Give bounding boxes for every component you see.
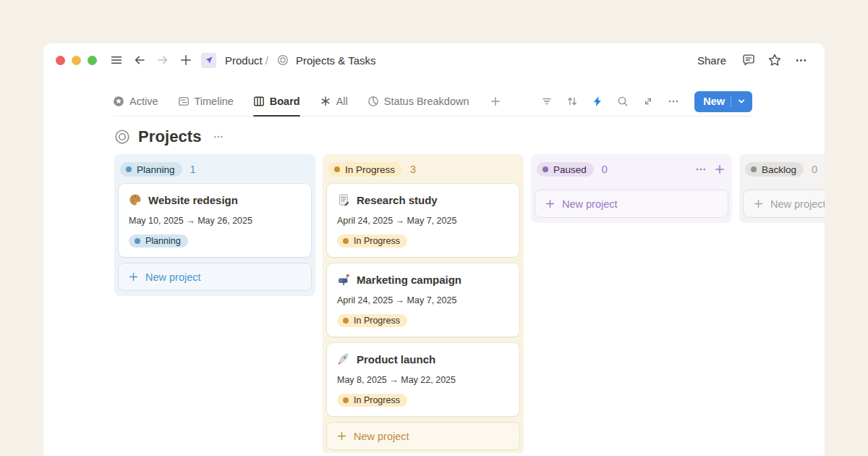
new-page-plus-icon[interactable] xyxy=(176,51,195,69)
new-project-label: New project xyxy=(145,271,201,283)
column-name: In Progress xyxy=(345,164,395,175)
new-project-label: New project xyxy=(562,198,618,210)
plus-icon xyxy=(336,431,347,442)
project-card-product-launch[interactable]: Product launch May 8, 2025 → May 22, 202… xyxy=(327,343,519,416)
window-minimize-button[interactable] xyxy=(72,56,81,65)
page-more-icon[interactable] xyxy=(213,131,224,143)
status-dot-icon xyxy=(751,166,757,172)
card-status-label: Planning xyxy=(145,236,181,246)
card-status-pill: In Progress xyxy=(337,394,407,407)
card-dates: May 8, 2025 → May 22, 2025 xyxy=(337,375,509,385)
new-project-label: New project xyxy=(770,198,825,210)
card-dates: April 24, 2025 → May 7, 2025 xyxy=(337,295,509,305)
views-toolbar: Active Timeline Board All Status Breakdo… xyxy=(113,87,752,117)
workspace-dart-icon[interactable] xyxy=(201,53,216,68)
tab-status-breakdown[interactable]: Status Breakdown xyxy=(367,87,469,116)
status-dot-icon xyxy=(334,166,340,172)
chevron-down-icon[interactable] xyxy=(737,97,746,106)
breadcrumb-separator: / xyxy=(265,54,268,67)
mailbox-icon xyxy=(337,273,350,286)
column-header: In Progress 3 xyxy=(327,159,519,180)
bolt-icon[interactable] xyxy=(591,95,604,108)
tab-label: Active xyxy=(129,96,158,107)
breadcrumb-workspace[interactable]: Product xyxy=(222,53,265,68)
window-controls xyxy=(56,56,97,65)
palette-icon xyxy=(129,193,142,206)
card-dates: April 24, 2025 → May 7, 2025 xyxy=(337,216,509,226)
new-project-button[interactable]: New project xyxy=(744,190,825,217)
window-zoom-button[interactable] xyxy=(88,56,97,65)
memo-icon xyxy=(337,193,350,206)
breadcrumb-page[interactable]: Projects & Tasks xyxy=(293,53,379,68)
board-column-backlog: Backlog 0 New project xyxy=(739,154,825,223)
window-close-button[interactable] xyxy=(56,56,65,65)
new-project-button[interactable]: New project xyxy=(535,190,728,217)
column-count: 1 xyxy=(190,164,196,175)
view-tabs: Active Timeline Board All Status Breakdo… xyxy=(113,87,501,116)
column-status-pill[interactable]: Backlog xyxy=(745,162,804,177)
plus-icon xyxy=(545,198,556,209)
column-name: Paused xyxy=(553,164,587,175)
card-title: Product launch xyxy=(357,353,435,366)
share-button[interactable]: Share xyxy=(692,52,732,69)
tab-all[interactable]: All xyxy=(320,87,348,116)
new-project-button[interactable]: New project xyxy=(119,263,311,290)
column-count: 3 xyxy=(410,164,416,175)
card-status-label: In Progress xyxy=(354,316,400,326)
new-button-label: New xyxy=(703,96,725,107)
sort-icon[interactable] xyxy=(566,95,579,108)
page-header: Projects xyxy=(114,127,752,146)
target-icon xyxy=(277,54,289,66)
card-title: Website redesign xyxy=(148,194,238,206)
more-horizontal-icon[interactable] xyxy=(667,95,680,108)
pie-chart-icon xyxy=(367,96,379,107)
column-cards: Research study April 24, 2025 → May 7, 2… xyxy=(327,184,519,416)
column-header: Backlog 0 xyxy=(744,159,825,180)
column-status-pill[interactable]: Planning xyxy=(120,162,182,177)
new-button[interactable]: New xyxy=(694,91,752,112)
kanban-board: Planning 1 Website redesign May 10, 2025… xyxy=(114,154,825,453)
filter-icon[interactable] xyxy=(540,95,553,108)
column-status-pill[interactable]: In Progress xyxy=(328,162,402,177)
card-title: Marketing campaign xyxy=(357,274,461,286)
page-title[interactable]: Projects xyxy=(138,127,202,146)
column-status-pill[interactable]: Paused xyxy=(537,162,594,177)
board-column-planning: Planning 1 Website redesign May 10, 2025… xyxy=(114,154,315,296)
tab-label: Board xyxy=(270,96,300,107)
comment-icon[interactable] xyxy=(739,51,758,69)
column-name: Backlog xyxy=(762,164,796,175)
plus-icon xyxy=(128,271,139,282)
status-dot-icon xyxy=(135,238,140,244)
sidebar-toggle-icon[interactable] xyxy=(107,51,126,69)
project-card-marketing-campaign[interactable]: Marketing campaign April 24, 2025 → May … xyxy=(327,263,519,337)
more-horizontal-icon[interactable] xyxy=(791,51,810,69)
column-add-icon[interactable] xyxy=(714,164,726,175)
board-column-paused: Paused 0 New project xyxy=(531,154,732,223)
tab-label: Status Breakdown xyxy=(384,96,469,107)
project-card-research-study[interactable]: Research study April 24, 2025 → May 7, 2… xyxy=(327,184,519,257)
project-card-website-redesign[interactable]: Website redesign May 10, 2025 → May 26, … xyxy=(119,184,311,257)
back-arrow-icon[interactable] xyxy=(130,51,149,69)
column-more-icon[interactable] xyxy=(695,164,707,175)
status-dot-icon xyxy=(343,238,349,244)
new-project-button[interactable]: New project xyxy=(327,423,519,449)
forward-arrow-icon[interactable] xyxy=(153,51,172,69)
card-status-label: In Progress xyxy=(354,236,400,246)
column-name: Planning xyxy=(137,164,175,175)
timeline-icon xyxy=(178,96,190,107)
card-status-pill: In Progress xyxy=(337,314,407,327)
star-icon[interactable] xyxy=(765,51,784,69)
tab-board[interactable]: Board xyxy=(253,87,300,116)
expand-icon[interactable] xyxy=(642,95,655,108)
tab-label: Timeline xyxy=(195,96,234,107)
board-column-in-progress: In Progress 3 Research study April 24, 2… xyxy=(323,154,524,453)
new-project-label: New project xyxy=(354,431,409,442)
tab-active[interactable]: Active xyxy=(113,87,158,116)
tab-timeline[interactable]: Timeline xyxy=(178,87,234,116)
card-status-pill: Planning xyxy=(129,235,188,248)
card-status-pill: In Progress xyxy=(337,235,407,248)
titlebar: Product / Projects & Tasks Share xyxy=(43,43,825,77)
status-dot-icon xyxy=(343,397,349,403)
search-icon[interactable] xyxy=(616,95,629,108)
add-view-plus-icon[interactable] xyxy=(490,96,501,107)
